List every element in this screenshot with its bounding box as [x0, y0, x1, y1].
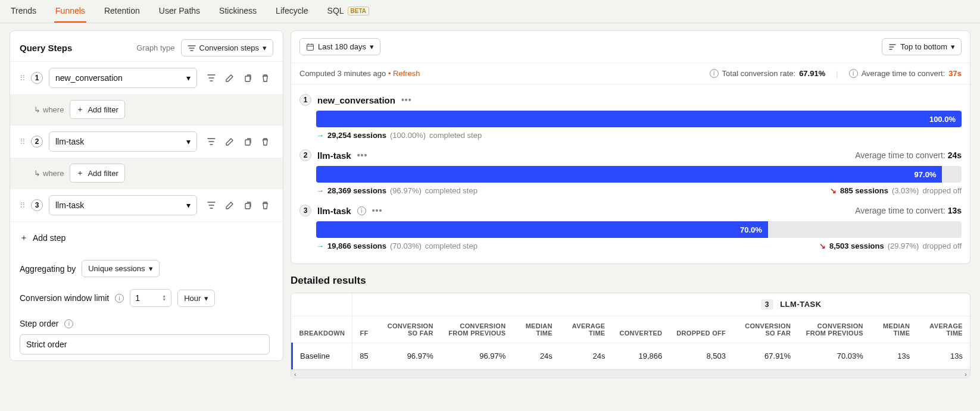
number-spinner-icon[interactable]: ▲▼: [162, 294, 166, 302]
drag-handle-icon[interactable]: ⠿: [20, 74, 25, 83]
step-order-value: Strict order: [26, 340, 67, 349]
info-icon[interactable]: i: [849, 69, 858, 78]
tab-lifecycle[interactable]: Lifecycle: [274, 0, 309, 23]
th-dropped[interactable]: DROPPED OFF: [669, 316, 733, 343]
plus-icon: ＋: [76, 168, 84, 178]
more-options-icon[interactable]: •••: [372, 206, 383, 215]
th-avg-time-2[interactable]: AVERAGE TIME: [917, 316, 970, 343]
info-icon[interactable]: i: [64, 319, 73, 328]
date-range-picker[interactable]: Last 180 days ▾: [299, 38, 380, 55]
aggregating-dropdown[interactable]: Unique sessions ▾: [82, 260, 159, 277]
copy-icon[interactable]: [239, 197, 255, 214]
add-filter-label: Add filter: [88, 169, 118, 178]
th-conv-prev[interactable]: CONVERSION FROM PREVIOUS: [441, 316, 513, 343]
funnel-step-2: 2 llm-task ••• Average time to convert: …: [299, 145, 962, 200]
drag-handle-icon[interactable]: ⠿: [20, 201, 25, 210]
completed-line: → 29,254 sessions (100.00%) completed st…: [316, 131, 482, 140]
table-group-header: 3 LLM-TASK: [613, 293, 970, 316]
chevron-down-icon: ▾: [370, 42, 374, 51]
filter-icon[interactable]: [203, 70, 220, 86]
step-2-event-select[interactable]: llm-task ▾: [49, 131, 197, 152]
funnel-step-number: 2: [299, 149, 311, 161]
trash-icon[interactable]: [257, 70, 273, 86]
cell-conv-so-far: 96.97%: [376, 343, 441, 369]
th-ff[interactable]: FF: [352, 316, 376, 343]
query-steps-title: Query Steps: [20, 43, 72, 53]
table-corner: [292, 293, 352, 316]
plus-icon: ＋: [76, 104, 84, 115]
cell-converted: 19,866: [613, 343, 670, 369]
tab-retention[interactable]: Retention: [103, 0, 141, 23]
edit-icon[interactable]: [221, 197, 238, 214]
add-step-button[interactable]: ＋ Add step: [20, 230, 273, 246]
th-conv-so-far-2[interactable]: CONVERSION SO FAR: [733, 316, 798, 343]
chevron-down-icon: ▾: [951, 42, 955, 51]
th-median-time-2[interactable]: MEDIAN TIME: [870, 316, 917, 343]
info-icon[interactable]: i: [357, 206, 366, 215]
edit-icon[interactable]: [221, 70, 238, 86]
funnel-panel: Last 180 days ▾ Top to bottom ▾ Computed…: [291, 30, 970, 264]
th-conv-so-far[interactable]: CONVERSION SO FAR: [376, 316, 441, 343]
info-icon[interactable]: i: [115, 294, 124, 303]
step-3-event-value: llm-task: [55, 200, 84, 210]
top-bottom-dropdown[interactable]: Top to bottom ▾: [882, 38, 962, 55]
detailed-results-table: 3 LLM-TASK BREAKDOWN FF CONVERSION SO FA…: [291, 293, 970, 378]
edit-icon[interactable]: [221, 133, 238, 150]
step-number-1: 1: [31, 72, 43, 84]
th-conv-prev-2[interactable]: CONVERSION FROM PREVIOUS: [798, 316, 870, 343]
add-filter-label: Add filter: [88, 105, 118, 114]
copy-icon[interactable]: [239, 133, 255, 150]
step-1-event-select[interactable]: new_conversation ▾: [49, 68, 197, 88]
scroll-left-icon[interactable]: ‹: [292, 370, 298, 378]
tab-stickiness[interactable]: Stickiness: [218, 0, 258, 23]
total-conversion-label: Total conversion rate:: [722, 69, 796, 78]
arrow-down-icon: ↘: [830, 186, 837, 195]
th-converted[interactable]: CONVERTED: [613, 316, 670, 343]
window-unit-dropdown[interactable]: Hour ▾: [177, 290, 215, 307]
add-filter-button[interactable]: ＋ Add filter: [70, 100, 124, 119]
completed-line: → 19,866 sessions (70.03%) completed ste…: [316, 241, 477, 250]
filter-icon[interactable]: [203, 197, 220, 214]
table-row[interactable]: Baseline 85 96.97% 96.97% 24s 24s 19,866…: [292, 343, 970, 369]
refresh-link[interactable]: Refresh: [393, 69, 420, 78]
chevron-down-icon: ▾: [186, 73, 191, 83]
horizontal-scrollbar[interactable]: ‹ ›: [291, 369, 970, 378]
th-breakdown[interactable]: BREAKDOWN: [292, 316, 352, 343]
filter-icon[interactable]: [203, 133, 220, 150]
funnel-step-name: llm-task: [317, 206, 351, 216]
arrow-right-icon: →: [316, 241, 324, 250]
window-value: 1: [135, 293, 140, 303]
copy-icon[interactable]: [239, 70, 255, 86]
scroll-right-icon[interactable]: ›: [963, 370, 969, 378]
svg-rect-3: [307, 44, 314, 50]
sort-icon: [888, 43, 897, 51]
funnel-bar-wrap[interactable]: 70.0%: [316, 221, 962, 238]
window-value-input[interactable]: 1 ▲▼: [130, 289, 171, 307]
th-avg-time[interactable]: AVERAGE TIME: [560, 316, 613, 343]
th-median-time[interactable]: MEDIAN TIME: [513, 316, 559, 343]
info-icon[interactable]: i: [710, 69, 719, 78]
more-options-icon[interactable]: •••: [357, 150, 368, 160]
trash-icon[interactable]: [257, 197, 273, 214]
tab-trends[interactable]: Trends: [10, 0, 38, 23]
chevron-down-icon: ▾: [263, 43, 267, 52]
completed-line: → 28,369 sessions (96.97%) completed ste…: [316, 186, 477, 195]
funnel-bar-wrap[interactable]: 97.0%: [316, 166, 962, 183]
step-order-dropdown[interactable]: Strict order: [20, 334, 270, 354]
separator-dot: •: [388, 69, 393, 78]
cell-breakdown: Baseline: [292, 343, 352, 369]
trash-icon[interactable]: [257, 133, 273, 150]
graph-type-dropdown[interactable]: Conversion steps ▾: [181, 39, 273, 57]
funnel-bar-wrap[interactable]: 100.0%: [316, 111, 962, 127]
tab-sql[interactable]: SQL BETA: [326, 0, 371, 23]
funnel-step-1: 1 new_conversation ••• 100.0% → 29,254 s…: [299, 89, 962, 145]
step-3-event-select[interactable]: llm-task ▾: [49, 195, 197, 215]
drag-handle-icon[interactable]: ⠿: [20, 137, 25, 146]
tab-user-paths[interactable]: User Paths: [158, 0, 201, 23]
more-options-icon[interactable]: •••: [401, 95, 412, 105]
tab-funnels[interactable]: Funnels: [54, 0, 86, 23]
add-filter-button[interactable]: ＋ Add filter: [70, 164, 124, 183]
aggregating-value: Unique sessions: [88, 264, 145, 273]
computed-time: Computed 3 minutes ago: [299, 69, 386, 78]
avg-time-label: Average time to convert:: [862, 69, 945, 78]
